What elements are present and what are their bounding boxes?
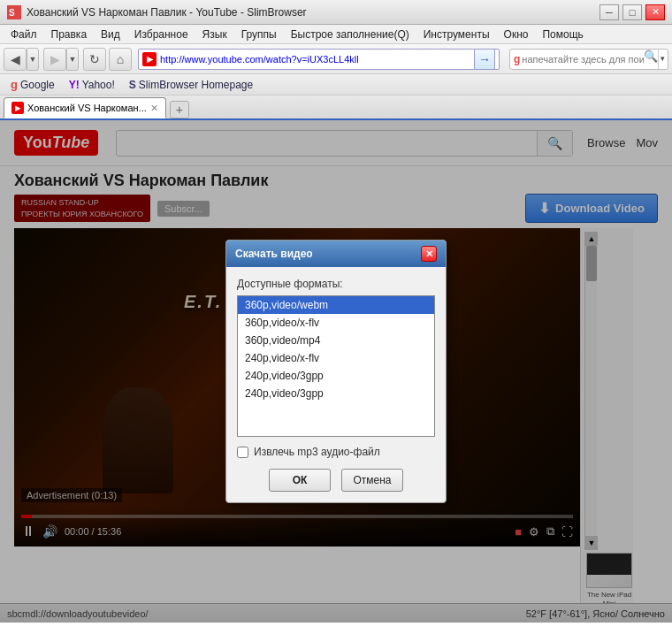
tab-close-button[interactable]: ✕ [150, 103, 158, 114]
modal-close-button[interactable]: ✕ [421, 246, 437, 262]
modal-ok-button[interactable]: ОК [269, 469, 331, 492]
address-input[interactable] [160, 54, 474, 65]
address-bar: ▶ → [138, 49, 500, 70]
menu-view[interactable]: Вид [94, 27, 127, 42]
mp3-checkbox[interactable] [237, 447, 248, 458]
tab-favicon: ▶ [11, 102, 24, 114]
format-section-label: Доступные форматы: [237, 278, 435, 290]
app-icon: S [7, 5, 21, 19]
search-engine-icon: g [514, 53, 520, 65]
svg-text:S: S [9, 8, 15, 18]
site-favicon: ▶ [142, 52, 157, 66]
search-box: g 🔍 ▼ [509, 49, 668, 70]
maximize-button[interactable]: □ [622, 4, 642, 20]
tabs-bar: ▶ Хованский VS Наркоман... ✕ + [0, 96, 672, 120]
google-icon: g [11, 78, 18, 91]
mp3-checkbox-row: Извлечь mp3 аудио-файл [237, 446, 435, 458]
slimbrowser-icon: S [129, 79, 136, 91]
modal-cancel-button[interactable]: Отмена [341, 469, 403, 492]
mp3-label: Извлечь mp3 аудио-файл [254, 446, 380, 458]
bookmark-slimbrowser-label: SlimBrowser Homepage [139, 79, 253, 91]
menu-file[interactable]: Файл [4, 27, 44, 42]
new-tab-button[interactable]: + [170, 101, 189, 118]
modal-overlay: Скачать видео ✕ Доступные форматы: 360p,… [0, 120, 672, 623]
yahoo-icon: Y! [69, 79, 80, 91]
go-button[interactable]: → [474, 49, 495, 70]
modal-title: Скачать видео [235, 248, 313, 260]
format-item-5[interactable]: 240p,video/3gpp [238, 367, 434, 385]
menu-lang[interactable]: Язык [195, 27, 234, 42]
modal-body: Доступные форматы: 360p,video/webm 360p,… [226, 267, 446, 502]
search-button[interactable]: 🔍 [644, 50, 658, 69]
home-button[interactable]: ⌂ [109, 48, 132, 71]
menu-edit[interactable]: Правка [44, 27, 95, 42]
modal-titlebar: Скачать видео ✕ [226, 241, 446, 267]
menu-window[interactable]: Окно [497, 27, 536, 42]
toolbar: ◀ ▼ ▶ ▼ ↻ ⌂ ▶ → g 🔍 ▼ [0, 44, 672, 74]
minimize-button[interactable]: ─ [599, 4, 619, 20]
window-controls: ─ □ ✕ [599, 4, 665, 20]
bookmark-yahoo-label: Yahoo! [82, 79, 115, 91]
reload-button[interactable]: ↻ [83, 48, 106, 71]
bookmark-google-label: Google [20, 79, 55, 91]
format-item-1[interactable]: 360p,video/webm [238, 296, 434, 314]
close-button[interactable]: ✕ [645, 4, 665, 20]
menu-groups[interactable]: Группы [234, 27, 284, 42]
format-listbox[interactable]: 360p,video/webm 360p,video/x-flv 360p,vi… [237, 295, 435, 437]
menu-help[interactable]: Помощь [535, 27, 590, 42]
menu-tools[interactable]: Инструменты [416, 27, 497, 42]
bookmark-google[interactable]: g Google [7, 76, 58, 93]
bookmark-yahoo[interactable]: Y! Yahoo! [65, 77, 118, 93]
menu-favorites[interactable]: Избранное [127, 27, 195, 42]
search-dropdown[interactable]: ▼ [658, 50, 666, 69]
menu-quickfill[interactable]: Быстрое заполнение(Q) [284, 27, 416, 42]
download-modal: Скачать видео ✕ Доступные форматы: 360p,… [225, 240, 447, 503]
forward-dropdown[interactable]: ▼ [66, 48, 79, 71]
tab-label: Хованский VS Наркоман... [27, 103, 147, 113]
window-title: Хованский VS Наркоман Павлик - YouTube -… [27, 6, 599, 19]
format-item-3[interactable]: 360p,video/mp4 [238, 332, 434, 349]
search-input[interactable] [522, 54, 644, 65]
bookmarks-bar: g Google Y! Yahoo! S SlimBrowser Homepag… [0, 74, 672, 96]
titlebar: S Хованский VS Наркоман Павлик - YouTube… [0, 0, 672, 25]
format-item-2[interactable]: 360p,video/x-flv [238, 314, 434, 332]
tab-youtube[interactable]: ▶ Хованский VS Наркоман... ✕ [4, 97, 166, 118]
back-button[interactable]: ◀ [4, 48, 27, 71]
forward-button[interactable]: ▶ [43, 48, 66, 71]
menubar: Файл Правка Вид Избранное Язык Группы Бы… [0, 25, 672, 44]
browser-content: YouTube 🔍 Browse Mov Хованский VS Нарком… [0, 120, 672, 623]
bookmark-slimbrowser[interactable]: S SlimBrowser Homepage [126, 77, 256, 93]
back-dropdown[interactable]: ▼ [27, 48, 39, 71]
modal-buttons: ОК Отмена [237, 469, 435, 492]
format-item-6[interactable]: 240p,video/3gpp [238, 385, 434, 402]
format-item-4[interactable]: 240p,video/x-flv [238, 349, 434, 367]
